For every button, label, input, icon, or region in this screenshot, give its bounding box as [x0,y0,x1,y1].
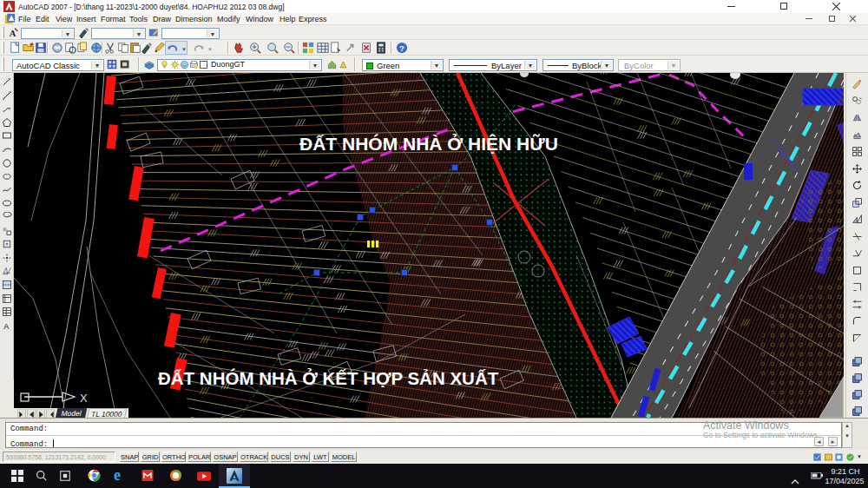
svg-text:X: X [80,392,88,405]
svg-text:?: ? [399,43,404,53]
svg-text:ĐẤT NHÓM NHÀ Ở KẾT HỢP SẢN XUẤ: ĐẤT NHÓM NHÀ Ở KẾT HỢP SẢN XUẤT [158,368,499,388]
svg-text:ĐẤT NHÓM NHÀ Ở HIỆN HỮU: ĐẤT NHÓM NHÀ Ở HIỆN HỮU [299,134,558,154]
svg-text:A: A [3,322,9,331]
svg-text:A: A [10,29,16,38]
